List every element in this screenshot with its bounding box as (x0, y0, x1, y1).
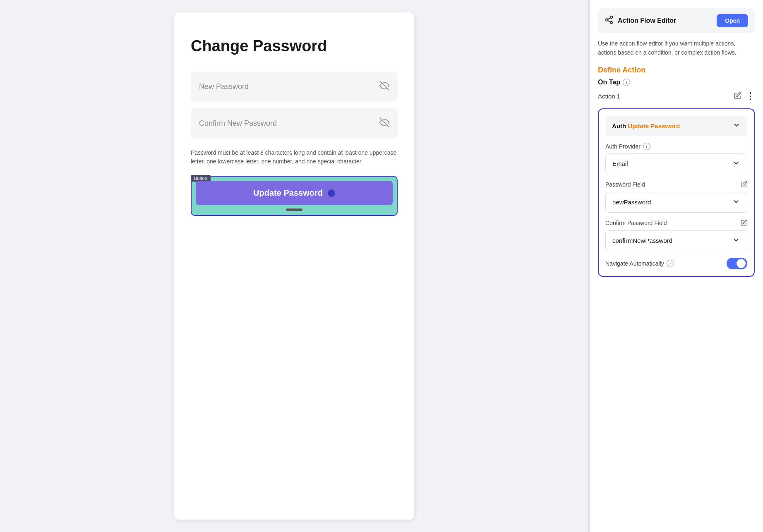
auth-selector-chevron (732, 121, 741, 131)
navigate-automatically-row: Navigate Automatically i (605, 258, 747, 269)
edit-icon[interactable] (734, 92, 741, 101)
connector-dot (328, 189, 335, 197)
action1-label: Action 1 (598, 93, 620, 100)
eye-off-icon[interactable] (379, 81, 389, 93)
on-tap-row: On Tap i (598, 79, 755, 86)
action1-row: Action 1 ⋮ (598, 91, 755, 105)
confirm-password-placeholder: Confirm New Password (199, 119, 277, 128)
confirm-field-chevron (732, 236, 740, 246)
action-flow-title-text: Action Flow Editor (618, 17, 676, 24)
auth-provider-selector[interactable]: Email (605, 153, 747, 174)
toggle-knob (737, 259, 746, 268)
preview-panel: Change Password New Password Confirm New… (0, 0, 588, 532)
confirm-field-edit-icon[interactable] (741, 219, 747, 227)
action-row-icons: ⋮ (734, 91, 755, 102)
password-field-edit-icon[interactable] (741, 181, 747, 189)
navigate-label: Navigate Automatically i (605, 260, 674, 267)
svg-line-6 (608, 17, 610, 19)
new-password-placeholder: New Password (199, 82, 249, 91)
update-button-container: Update Password (191, 176, 398, 216)
password-hint: Password must be at least 8 characters l… (191, 149, 398, 166)
svg-point-2 (610, 16, 613, 18)
svg-line-5 (608, 20, 610, 22)
on-tap-info-icon: i (623, 79, 630, 86)
auth-provider-info-icon: i (643, 143, 650, 150)
update-password-button[interactable]: Update Password (196, 181, 393, 205)
password-field-selector[interactable]: newPassword (605, 192, 747, 213)
password-field-chevron (732, 197, 740, 207)
main-container: Change Password New Password Confirm New… (0, 0, 763, 532)
confirm-password-field-value: confirmNewPassword (612, 237, 672, 244)
auth-provider-chevron (732, 159, 740, 169)
action-panel: Action Flow Editor Open Use the action f… (589, 0, 763, 532)
auth-action-text: Update Password (628, 122, 680, 129)
password-field-value: newPassword (612, 199, 651, 206)
button-wrapper: Button Update Password (191, 176, 398, 216)
more-options-icon[interactable]: ⋮ (746, 91, 755, 102)
page-title: Change Password (191, 37, 398, 55)
navigate-info-icon: i (667, 260, 674, 267)
update-button-text: Update Password (253, 188, 323, 198)
flow-icon (605, 15, 614, 26)
define-action-title: Define Action (598, 66, 755, 74)
auth-selector-label: Auth Update Password (612, 122, 680, 129)
button-handle (286, 208, 302, 211)
device-frame: Change Password New Password Confirm New… (174, 12, 414, 520)
svg-point-4 (610, 21, 613, 23)
action-flow-header: Action Flow Editor Open (598, 8, 755, 33)
new-password-field[interactable]: New Password (191, 72, 398, 102)
eye-off-icon-2[interactable] (379, 117, 389, 129)
svg-point-3 (606, 19, 608, 21)
confirm-password-field-label-row: Confirm Password Field (605, 219, 747, 227)
password-field-label-row: Password Field (605, 181, 747, 189)
action-config-box: Auth Update Password Auth Provider i Ema… (598, 108, 755, 277)
on-tap-label: On Tap (598, 79, 620, 86)
open-button[interactable]: Open (717, 14, 748, 27)
auth-update-password-selector[interactable]: Auth Update Password (605, 116, 747, 136)
auth-provider-value: Email (612, 160, 628, 167)
auth-provider-label: Auth Provider i (605, 143, 747, 150)
confirm-password-field-selector[interactable]: confirmNewPassword (605, 230, 747, 251)
navigate-automatically-toggle[interactable] (727, 258, 747, 269)
action-flow-description: Use the action flow editor if you want m… (598, 39, 755, 58)
action-flow-title-group: Action Flow Editor (605, 15, 676, 26)
confirm-password-field[interactable]: Confirm New Password (191, 108, 398, 139)
